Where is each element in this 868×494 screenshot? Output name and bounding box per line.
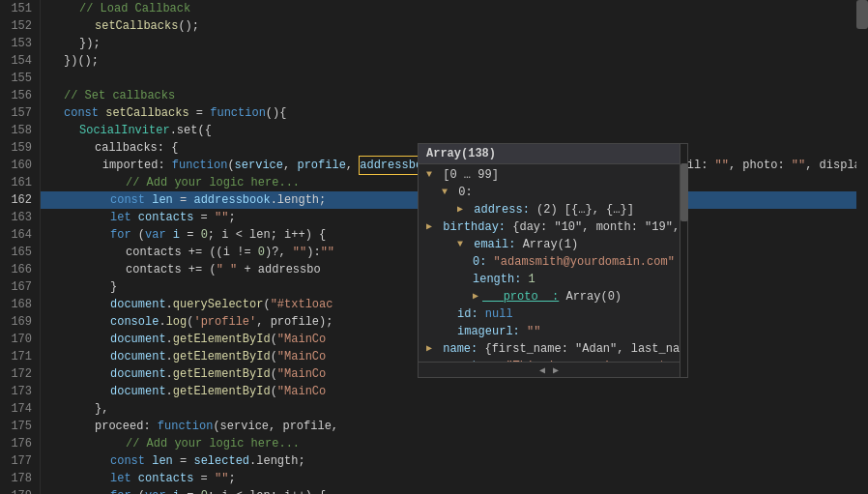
expand-arrow-range: ▼ xyxy=(426,166,432,184)
tooltip-row-name: ▶ name: {first_name: "Adan", last_name xyxy=(419,340,687,358)
line-num-169: 169 xyxy=(8,313,32,331)
code-line-176: // Add your logic here... xyxy=(41,435,868,452)
line-num-172: 172 xyxy=(8,365,32,383)
line-num-154: 154 xyxy=(8,52,32,70)
line-num-158: 158 xyxy=(8,122,32,139)
editor-container: 151 152 153 154 155 156 157 158 159 160 … xyxy=(0,0,868,494)
expand-arrow-name: ▶ xyxy=(426,340,432,358)
code-line-156: // Set callbacks xyxy=(41,87,868,104)
line-num-161: 161 xyxy=(8,174,32,191)
code-line-157: const setCallbacks = function(){ xyxy=(41,104,868,122)
expand-arrow-0: ▼ xyxy=(442,184,448,201)
code-line-175: proceed: function(service, profile, xyxy=(41,418,868,435)
code-line-151: // Load Callback xyxy=(41,0,868,17)
code-line-177: const len = selected.length; xyxy=(41,452,868,470)
scroll-left-arrow[interactable]: ◀ xyxy=(539,364,545,376)
tooltip-popup: Array(138) ▼ [0 … 99] ▼ 0: ▶ address: (2… xyxy=(418,143,688,378)
code-line-154: })(); xyxy=(41,52,868,70)
editor-scrollbar-thumb xyxy=(856,0,868,29)
line-num-168: 168 xyxy=(8,296,32,313)
tooltip-row-email-length: length: 1 xyxy=(419,271,687,288)
code-area[interactable]: // Load Callback setCallbacks(); }); })(… xyxy=(41,0,868,494)
tooltip-row-birthday: ▶ birthday: {day: "10", month: "19", y xyxy=(419,218,687,236)
code-line-158: SocialInviter.set({ xyxy=(41,122,868,139)
line-num-162: 162 xyxy=(8,191,32,209)
tooltip-row-address: ▶ address: (2) [{…}, {…}] xyxy=(419,201,687,218)
line-num-159: 159 xyxy=(8,139,32,157)
line-num-156: 156 xyxy=(8,87,32,104)
line-num-177: 177 xyxy=(8,452,32,470)
line-numbers: 151 152 153 154 155 156 157 158 159 160 … xyxy=(0,0,41,494)
scroll-right-arrow[interactable]: ▶ xyxy=(553,364,559,376)
line-num-163: 163 xyxy=(8,209,32,226)
code-line-173: document.getElementById("MainCo xyxy=(41,383,868,400)
line-num-152: 152 xyxy=(8,17,32,35)
tooltip-header: Array(138) xyxy=(419,144,687,164)
tooltip-row-range: ▼ [0 … 99] xyxy=(419,166,687,184)
tooltip-body[interactable]: ▼ [0 … 99] ▼ 0: ▶ address: (2) [{…}, {…}… xyxy=(419,164,687,377)
line-num-165: 165 xyxy=(8,244,32,261)
line-num-164: 164 xyxy=(8,226,32,244)
line-num-173: 173 xyxy=(8,383,32,400)
line-num-160: 160 xyxy=(8,157,32,174)
code-line-179: for (var i = 0; i < len; i++) { xyxy=(41,487,868,494)
code-line-174: }, xyxy=(41,400,868,418)
tooltip-scrollbar-thumb xyxy=(680,163,688,221)
line-num-166: 166 xyxy=(8,261,32,278)
line-num-153: 153 xyxy=(8,35,32,52)
line-num-176: 176 xyxy=(8,435,32,452)
line-num-151: 151 xyxy=(8,0,32,17)
tooltip-row-proto: ▶ __proto__: Array(0) xyxy=(419,288,687,305)
tooltip-scroll-bottom: ◀ ▶ xyxy=(419,362,680,377)
code-line-153: }); xyxy=(41,35,868,52)
line-num-167: 167 xyxy=(8,278,32,296)
expand-arrow-proto: ▶ xyxy=(473,288,478,305)
line-num-178: 178 xyxy=(8,470,32,487)
line-num-179: 179 xyxy=(8,487,32,494)
line-num-174: 174 xyxy=(8,400,32,418)
tooltip-row-0: ▼ 0: xyxy=(419,184,687,201)
tooltip-scrollbar[interactable] xyxy=(680,144,687,377)
line-num-171: 171 xyxy=(8,348,32,365)
tooltip-row-email-0: 0: "adamsmith@yourdomain.com" xyxy=(419,253,687,271)
tooltip-row-id: id: null xyxy=(419,305,687,323)
line-num-175: 175 xyxy=(8,418,32,435)
collapse-arrow-email: ▼ xyxy=(457,236,463,253)
expand-arrow-address: ▶ xyxy=(457,201,463,218)
expand-arrow-birthday: ▶ xyxy=(426,218,432,236)
editor-scrollbar[interactable] xyxy=(856,0,868,494)
tooltip-row-imageurl: imageurl: "" xyxy=(419,323,687,340)
line-num-157: 157 xyxy=(8,104,32,122)
code-line-155 xyxy=(41,70,868,87)
tooltip-row-email: ▼ email: Array(1) xyxy=(419,236,687,253)
line-num-155: 155 xyxy=(8,70,32,87)
code-line-152: setCallbacks(); xyxy=(41,17,868,35)
line-num-170: 170 xyxy=(8,331,32,348)
code-line-178: let contacts = ""; xyxy=(41,470,868,487)
